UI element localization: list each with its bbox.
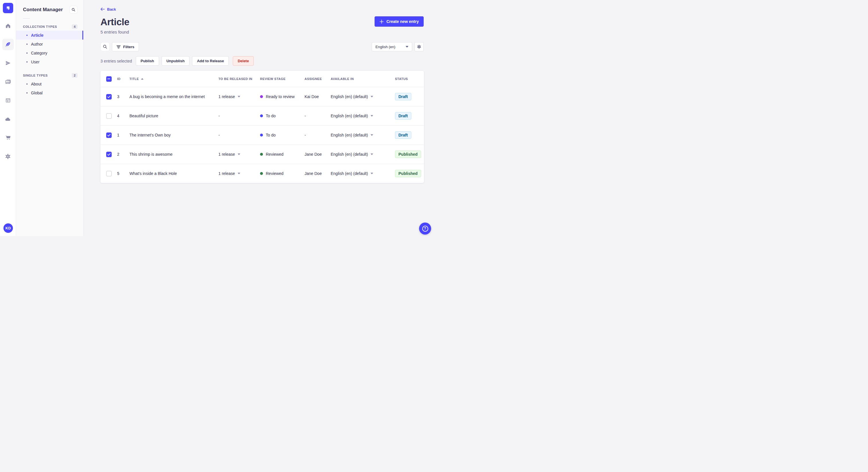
row-checkbox[interactable] xyxy=(106,113,112,119)
sidebar-item-label: Article xyxy=(31,33,43,38)
check-icon xyxy=(107,96,111,98)
sidebar-item-label: User xyxy=(31,60,40,64)
row-release[interactable]: - xyxy=(218,113,260,118)
delete-button[interactable]: Delete xyxy=(233,56,254,66)
selection-action-bar: 3 entries selected Publish Unpublish Add… xyxy=(100,56,424,66)
cart-icon[interactable] xyxy=(2,132,14,143)
create-new-entry-button[interactable]: Create new entry xyxy=(375,16,424,27)
table-row[interactable]: 1 The internet's Own boy - To do - Engli… xyxy=(100,125,424,144)
row-checkbox[interactable] xyxy=(106,94,112,100)
section-label-collection-types: COLLECTION TYPES xyxy=(23,25,57,28)
stage-dot-icon xyxy=(260,114,263,117)
bullet-icon xyxy=(26,43,28,45)
table-header-row: ID TITLE TO BE RELEASED IN REVIEW STAGE … xyxy=(100,71,424,87)
sidebar-item[interactable]: User xyxy=(16,57,83,66)
cloud-icon[interactable] xyxy=(2,113,14,125)
collection-types-list: Article Author Category User xyxy=(16,31,83,66)
sidebar-item[interactable]: Author xyxy=(16,40,83,48)
bullet-icon xyxy=(26,61,28,63)
sidebar-item-label: Global xyxy=(31,91,42,95)
view-settings-gear-icon[interactable] xyxy=(414,42,424,51)
chevron-down-icon xyxy=(371,134,373,136)
status-badge: Draft xyxy=(395,131,411,139)
search-icon[interactable] xyxy=(69,6,78,14)
sidebar-item[interactable]: Article xyxy=(16,31,83,40)
row-release[interactable]: 1 release xyxy=(218,94,260,99)
strapi-logo[interactable] xyxy=(3,3,13,13)
row-available-in[interactable]: English (en) (default) xyxy=(331,94,395,99)
main-content: Back Article 5 entries found Create new … xyxy=(84,0,434,236)
back-link[interactable]: Back xyxy=(100,7,116,11)
stage-dot-icon xyxy=(260,172,263,175)
search-icon[interactable] xyxy=(100,42,110,51)
paper-plane-icon[interactable] xyxy=(2,57,14,69)
row-available-in[interactable]: English (en) (default) xyxy=(331,171,395,176)
row-title: Beautiful picture xyxy=(129,113,218,118)
chevron-down-icon xyxy=(238,154,240,155)
row-id: 2 xyxy=(117,152,129,157)
section-label-single-types: SINGLE TYPES xyxy=(23,74,48,77)
stage-dot-icon xyxy=(260,153,263,156)
arrow-left-icon xyxy=(100,7,105,11)
row-available-in[interactable]: English (en) (default) xyxy=(331,113,395,118)
row-checkbox[interactable] xyxy=(106,152,112,157)
chevron-down-icon xyxy=(371,96,373,98)
home-icon[interactable] xyxy=(2,20,14,32)
bullet-icon xyxy=(26,92,28,94)
row-assignee: - xyxy=(305,113,331,118)
row-id: 3 xyxy=(117,94,129,99)
row-checkbox[interactable] xyxy=(106,171,112,176)
sidebar-item-label: About xyxy=(31,82,42,86)
row-id: 4 xyxy=(117,113,129,118)
row-release[interactable]: 1 release xyxy=(218,171,260,176)
chevron-down-icon xyxy=(406,46,408,47)
row-available-in[interactable]: English (en) (default) xyxy=(331,133,395,137)
chevron-down-icon xyxy=(371,115,373,117)
row-title: A bug is becoming a meme on the internet xyxy=(129,94,218,99)
column-header-id: ID xyxy=(117,77,129,80)
images-icon[interactable] xyxy=(2,76,14,88)
layout-icon[interactable] xyxy=(2,95,14,106)
sidebar-item[interactable]: Global xyxy=(16,88,83,97)
row-id: 5 xyxy=(117,171,129,176)
check-icon xyxy=(107,153,111,156)
column-header-title[interactable]: TITLE xyxy=(129,77,218,80)
plus-icon xyxy=(379,20,384,24)
indeterminate-dash-icon xyxy=(107,78,110,79)
row-release[interactable]: - xyxy=(218,133,260,137)
row-available-in[interactable]: English (en) (default) xyxy=(331,152,395,157)
row-checkbox[interactable] xyxy=(106,133,112,138)
table-row[interactable]: 5 What's inside a Black Hole 1 release R… xyxy=(100,164,424,183)
gear-icon[interactable] xyxy=(2,150,14,162)
status-badge: Published xyxy=(395,170,421,177)
publish-button[interactable]: Publish xyxy=(136,56,159,66)
avatar[interactable]: KD xyxy=(3,224,13,233)
sidebar-item[interactable]: Category xyxy=(16,48,83,57)
table-row[interactable]: 4 Beautiful picture - To do - English (e… xyxy=(100,106,424,125)
sort-ascending-icon xyxy=(141,78,144,80)
table-row[interactable]: 3 A bug is becoming a meme on the intern… xyxy=(100,87,424,106)
chevron-down-icon xyxy=(238,173,240,174)
filters-button[interactable]: Filters xyxy=(112,42,139,51)
chevron-down-icon xyxy=(238,96,240,98)
row-assignee: Jane Doe xyxy=(305,152,331,157)
table-row[interactable]: 2 This shrimp is awesome 1 release Revie… xyxy=(100,144,424,164)
row-review-stage: To do xyxy=(260,133,305,137)
help-button[interactable]: ? xyxy=(419,223,431,235)
row-release[interactable]: 1 release xyxy=(218,152,260,157)
add-to-release-button[interactable]: Add to Release xyxy=(192,56,229,66)
content-manager-subnav: Content Manager COLLECTION TYPES 4 Artic… xyxy=(16,0,84,236)
selection-summary: 3 entries selected xyxy=(100,59,132,63)
status-badge: Draft xyxy=(395,93,411,100)
feather-icon[interactable] xyxy=(2,39,14,50)
locale-select[interactable]: English (en) xyxy=(372,42,412,51)
sidebar-item[interactable]: About xyxy=(16,79,83,88)
row-review-stage: Reviewed xyxy=(260,171,305,176)
unpublish-button[interactable]: Unpublish xyxy=(162,56,190,66)
row-assignee: Kai Doe xyxy=(305,94,331,99)
select-all-checkbox[interactable] xyxy=(106,76,112,82)
row-review-stage: Reviewed xyxy=(260,152,305,157)
collection-types-count-badge: 4 xyxy=(72,24,78,29)
column-header-assignee: ASSIGNEE xyxy=(305,77,331,80)
question-mark-icon: ? xyxy=(422,226,428,232)
